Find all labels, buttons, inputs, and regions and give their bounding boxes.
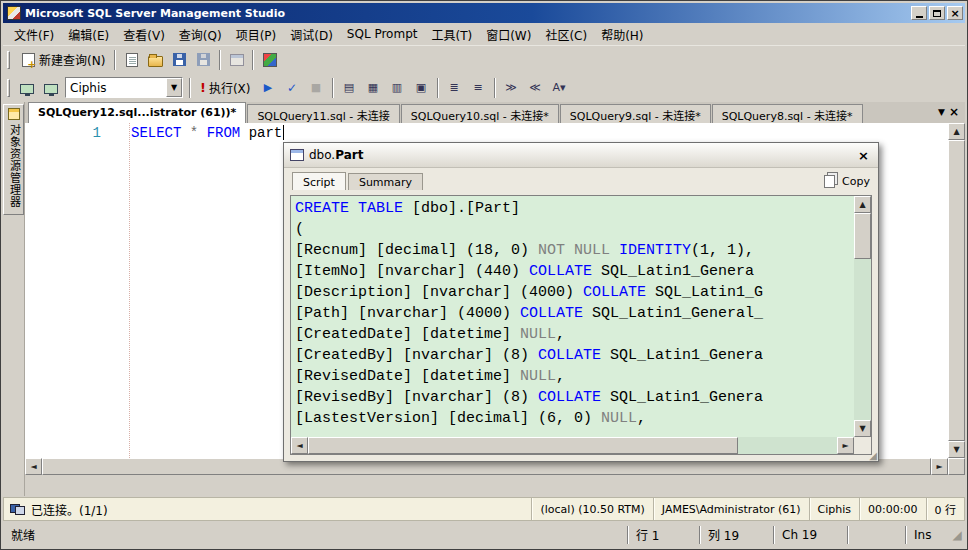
menu-item-5[interactable]: 项目(P)	[229, 23, 284, 46]
menu-item-6[interactable]: 调试(D)	[283, 23, 340, 46]
scroll-left-button[interactable]: ◄	[25, 458, 42, 475]
open-file-button[interactable]	[144, 49, 167, 71]
save-all-button[interactable]	[192, 49, 215, 71]
horizontal-scroll-track[interactable]	[738, 437, 837, 454]
vertical-scroll-track[interactable]	[854, 259, 871, 420]
popup-title: dbo.Part	[309, 148, 363, 162]
arrow-down-icon: ▼	[859, 424, 865, 433]
menu-item-11[interactable]: 帮助(H)	[594, 23, 650, 46]
menu-bar: 文件(F)编辑(E)查看(V)查询(Q)项目(P)调试(D)SQL Prompt…	[3, 23, 965, 46]
horizontal-scroll-thumb[interactable]	[308, 437, 738, 454]
popup-close-button[interactable]: ×	[855, 148, 872, 163]
popup-tab-script[interactable]: Script	[292, 172, 346, 190]
vertical-scroll-thumb[interactable]	[854, 213, 871, 259]
menu-item-9[interactable]: 窗口(W)	[479, 23, 538, 46]
status-database: Ciphis	[809, 498, 859, 520]
popup-resize-grip[interactable]: ◢	[869, 450, 877, 461]
scroll-right-button[interactable]: ►	[837, 437, 854, 454]
copy-button[interactable]: Copy	[824, 175, 870, 190]
resize-grip[interactable]: ◢	[949, 527, 965, 543]
status-char: Ch 19	[773, 526, 847, 544]
comment-button[interactable]: ≣	[443, 77, 466, 99]
document-tab-4[interactable]: SQLQuery9.sql - 未连接*	[560, 104, 711, 123]
column-guide	[129, 123, 130, 458]
menu-item-1[interactable]: 文件(F)	[7, 23, 61, 46]
scroll-down-button[interactable]: ▼	[948, 441, 965, 458]
sql-prompt-button[interactable]	[258, 49, 281, 71]
toolbar-grip[interactable]	[7, 51, 10, 69]
execute-button[interactable]: ! 执行(X)	[195, 77, 256, 99]
combo-dropdown-button[interactable]: ▼	[166, 78, 182, 97]
popup-horizontal-scrollbar[interactable]: ◄ ►	[291, 437, 871, 454]
close-button[interactable]: ×	[947, 6, 963, 20]
window-title: Microsoft SQL Server Management Studio	[25, 7, 911, 20]
toolbar-separator	[252, 50, 254, 70]
status-empty	[847, 526, 905, 544]
results-to-grid-button[interactable]: ▦	[362, 77, 385, 99]
document-tab-3[interactable]: SQLQuery10.sql - 未连接*	[401, 104, 559, 123]
status-user: JAMES\Administrator (61)	[653, 498, 809, 520]
connection-status-icon	[10, 504, 25, 515]
sql-prompt-icon	[263, 53, 277, 67]
uncomment-button[interactable]: ≡	[467, 77, 490, 99]
sort-button[interactable]: A▾	[548, 77, 571, 99]
menu-item-4[interactable]: 查询(Q)	[172, 23, 229, 46]
query-options-button[interactable]: ▣	[410, 77, 433, 99]
scroll-up-button[interactable]: ▲	[948, 123, 965, 140]
menu-item-10[interactable]: 社区(C)	[538, 23, 594, 46]
debug-button[interactable]: ▶	[257, 77, 280, 99]
results-to-text-button[interactable]: ▤	[338, 77, 361, 99]
document-tab-1[interactable]: SQLQuery12.sql...istrator (61))*	[28, 102, 246, 123]
save-button[interactable]	[168, 49, 191, 71]
object-explorer-strip: 对象资源管理器	[3, 102, 25, 496]
scroll-up-button[interactable]: ▲	[854, 196, 871, 213]
status-row-count: 0 行	[926, 498, 965, 520]
tab-list-button[interactable]: ▼	[938, 107, 945, 117]
cancel-query-button[interactable]: ■	[305, 77, 328, 99]
connect-button[interactable]	[15, 77, 38, 99]
editor-code-line: 1 SELECT * FROM part	[25, 123, 948, 142]
document-tab-5[interactable]: SQLQuery8.sql - 未连接*	[712, 104, 863, 123]
change-connection-button[interactable]	[39, 77, 62, 99]
print-button[interactable]	[225, 49, 248, 71]
scroll-down-button[interactable]: ▼	[854, 420, 871, 437]
vertical-scroll-thumb[interactable]	[948, 140, 965, 441]
popup-tab-summary[interactable]: Summary	[348, 173, 423, 190]
scroll-left-button[interactable]: ◄	[291, 437, 308, 454]
new-query-button[interactable]: 新建查询(N)	[15, 49, 110, 71]
toolbar-separator	[189, 78, 191, 98]
menu-item-2[interactable]: 编辑(E)	[61, 23, 116, 46]
popup-header[interactable]: dbo.Part ×	[284, 143, 878, 168]
document-gap	[25, 475, 965, 496]
chevron-down-icon: ▼	[938, 107, 945, 117]
new-file-button[interactable]	[120, 49, 143, 71]
scroll-right-button[interactable]: ►	[931, 458, 948, 475]
status-elapsed-time: 00:00:00	[859, 498, 925, 520]
object-explorer-tab[interactable]: 对象资源管理器	[3, 104, 24, 215]
menu-item-3[interactable]: 查看(V)	[116, 23, 172, 46]
popup-script-text[interactable]: CREATE TABLE [dbo].[Part]([Recnum] [deci…	[291, 196, 854, 437]
minimize-button[interactable]	[911, 6, 927, 20]
toolbar-grip[interactable]	[7, 79, 10, 97]
maximize-button[interactable]	[929, 6, 945, 20]
outdent-button[interactable]: ≪	[524, 77, 547, 99]
arrow-down-icon: ▼	[953, 445, 959, 454]
indent-icon: ≫	[505, 81, 517, 94]
popup-script-row: CREATE TABLE [dbo].[Part]([Recnum] [deci…	[291, 196, 871, 437]
close-document-button[interactable]: ×	[949, 105, 959, 119]
text-caret	[283, 125, 284, 140]
comment-icon: ≣	[449, 81, 458, 94]
results-to-file-button[interactable]: ▥	[386, 77, 409, 99]
menu-item-7[interactable]: SQL Prompt	[340, 24, 425, 44]
parse-button[interactable]: ✓	[281, 77, 304, 99]
document-tab-2[interactable]: SQLQuery11.sql - 未连接	[247, 104, 399, 123]
close-icon: ×	[949, 105, 959, 119]
popup-vertical-scrollbar[interactable]: ▲ ▼	[854, 196, 871, 437]
indent-button[interactable]: ≫	[500, 77, 523, 99]
document-area: 对象资源管理器 SQLQuery12.sql...istrator (61))*…	[3, 102, 965, 496]
connect-icon	[20, 84, 34, 94]
available-databases-combo[interactable]: Ciphis ▼	[65, 77, 183, 98]
editor-vertical-scrollbar[interactable]: ▲ ▼	[948, 123, 965, 458]
toolbar-separator	[494, 78, 496, 98]
menu-item-8[interactable]: 工具(T)	[424, 23, 479, 46]
